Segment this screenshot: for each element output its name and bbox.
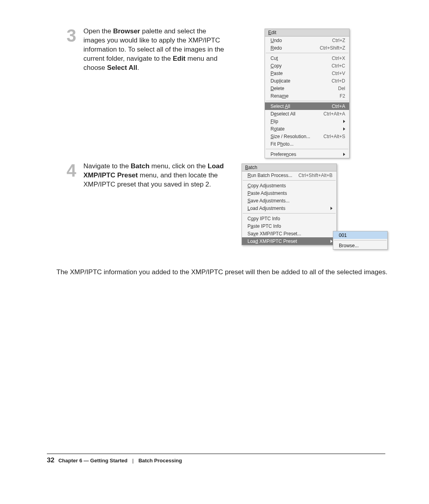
step-3: 3 Open the Browser palette and select th… bbox=[63, 27, 230, 73]
menu-item-label: Fit Photo... bbox=[271, 141, 345, 147]
menu-item[interactable]: Preferences bbox=[265, 150, 349, 158]
menu-item-label: Preferences bbox=[271, 152, 339, 157]
menu-item-label: Copy Adjustments bbox=[247, 183, 332, 189]
menu-item-shortcut: Ctrl+Shift+Z bbox=[316, 45, 345, 51]
submenu-item[interactable]: Browse... bbox=[333, 242, 387, 249]
menu-item[interactable]: CutCtrl+X bbox=[265, 54, 349, 62]
menu-item[interactable]: CopyCtrl+C bbox=[265, 62, 349, 69]
menu-item-label: Load Adjustments bbox=[247, 206, 327, 211]
result-text: The XMP/IPTC information you added to th… bbox=[56, 267, 394, 277]
menu-item-shortcut: Ctrl+Alt+A bbox=[319, 111, 345, 117]
menu-item-label: Size / Resolution... bbox=[271, 134, 319, 139]
menu-item-label: Deselect All bbox=[271, 111, 319, 117]
menu-item[interactable]: Flip bbox=[265, 117, 349, 125]
menu-item-shortcut: Ctrl+C bbox=[328, 63, 345, 69]
menu-item[interactable]: Load XMP/IPTC Preset bbox=[242, 237, 336, 245]
menu-item-label: Delete bbox=[271, 86, 334, 91]
menu-item-shortcut: F2 bbox=[336, 93, 345, 99]
batch-submenu: 001Browse... bbox=[333, 231, 388, 250]
menu-item[interactable]: Paste Adjustments bbox=[242, 189, 336, 197]
page-footer: 32 Chapter 6 — Getting Started | Batch P… bbox=[47, 454, 385, 464]
menu-item-label: Rename bbox=[271, 93, 336, 99]
submenu-arrow-icon bbox=[343, 120, 345, 123]
menu-item[interactable]: Save XMP/IPTC Preset... bbox=[242, 230, 336, 237]
menu-item[interactable]: RenameF2 bbox=[265, 92, 349, 100]
footer-section: Batch Processing bbox=[138, 458, 182, 464]
submenu-arrow-icon bbox=[330, 240, 332, 243]
menu-item[interactable]: Paste IPTC Info bbox=[242, 222, 336, 230]
submenu-arrow-icon bbox=[343, 127, 345, 131]
menu-item-label: Rotate bbox=[271, 126, 339, 132]
menu-item[interactable]: DuplicateCtrl+D bbox=[265, 77, 349, 85]
submenu-arrow-icon bbox=[330, 207, 332, 210]
footer-chapter: Chapter 6 — Getting Started bbox=[58, 458, 128, 464]
menu-item-label: Save Adjustments... bbox=[247, 198, 332, 204]
menu-item[interactable]: DeleteDel bbox=[265, 85, 349, 92]
menu-item-label: Run Batch Process... bbox=[247, 173, 294, 178]
menu-item-label: Cut bbox=[271, 56, 328, 61]
menu-item-shortcut: Ctrl+V bbox=[328, 71, 345, 76]
batch-menu-body: Run Batch Process...Ctrl+Shift+Alt+BCopy… bbox=[242, 171, 336, 245]
step-4-text: Navigate to the Batch menu, click on the… bbox=[83, 162, 230, 189]
menu-item-label: Select All bbox=[271, 104, 328, 109]
menu-item[interactable]: Size / Resolution...Ctrl+Alt+S bbox=[265, 133, 349, 140]
menu-item-label: Duplicate bbox=[271, 78, 328, 84]
menu-item-shortcut: Ctrl+Alt+S bbox=[319, 134, 345, 139]
menu-item-label: Undo bbox=[271, 38, 328, 43]
edit-menu-body: UndoCtrl+ZRedoCtrl+Shift+ZCutCtrl+XCopyC… bbox=[265, 37, 349, 158]
menu-item[interactable]: Copy IPTC Info bbox=[242, 215, 336, 222]
menu-item-label: Paste Adjustments bbox=[247, 190, 332, 196]
menu-item[interactable]: RedoCtrl+Shift+Z bbox=[265, 44, 349, 52]
menu-item[interactable]: Load Adjustments bbox=[242, 204, 336, 212]
menu-item[interactable]: Save Adjustments... bbox=[242, 197, 336, 204]
menu-item-shortcut: Del bbox=[334, 86, 345, 91]
menu-item[interactable]: Copy Adjustments bbox=[242, 182, 336, 189]
menu-item[interactable]: Select AllCtrl+A bbox=[265, 102, 349, 110]
menu-item[interactable]: Rotate bbox=[265, 125, 349, 133]
submenu-item[interactable]: 001 bbox=[333, 231, 387, 239]
menu-item-label: Copy bbox=[271, 63, 328, 69]
step-3-text: Open the Browser palette and select the … bbox=[83, 27, 230, 73]
menu-item[interactable]: Run Batch Process...Ctrl+Shift+Alt+B bbox=[242, 171, 336, 179]
batch-menu-title[interactable]: Batch bbox=[242, 164, 336, 171]
menu-item-label: Paste IPTC Info bbox=[247, 223, 332, 229]
menu-item-shortcut: Ctrl+A bbox=[328, 104, 345, 109]
menu-item-shortcut: Ctrl+X bbox=[328, 56, 345, 61]
menu-item-label: Paste bbox=[271, 71, 328, 76]
menu-item-label: Copy IPTC Info bbox=[247, 216, 332, 221]
step-3-number: 3 bbox=[63, 27, 76, 44]
batch-menu: Batch Run Batch Process...Ctrl+Shift+Alt… bbox=[242, 164, 337, 245]
menu-item-shortcut: Ctrl+Z bbox=[328, 38, 345, 43]
menu-item-label: Save XMP/IPTC Preset... bbox=[247, 231, 332, 237]
edit-menu: Edit UndoCtrl+ZRedoCtrl+Shift+ZCutCtrl+X… bbox=[265, 29, 350, 158]
menu-item-label: Load XMP/IPTC Preset bbox=[247, 239, 327, 244]
step-4: 4 Navigate to the Batch menu, click on t… bbox=[63, 162, 230, 189]
menu-item-label: Redo bbox=[271, 45, 316, 51]
edit-menu-title[interactable]: Edit bbox=[265, 29, 349, 37]
page-number: 32 bbox=[47, 456, 54, 464]
menu-item-shortcut: Ctrl+D bbox=[328, 78, 345, 84]
menu-item-shortcut: Ctrl+Shift+Alt+B bbox=[294, 173, 332, 178]
submenu-arrow-icon bbox=[343, 153, 345, 156]
menu-item[interactable]: Deselect AllCtrl+Alt+A bbox=[265, 110, 349, 117]
menu-item[interactable]: UndoCtrl+Z bbox=[265, 37, 349, 44]
menu-item[interactable]: Fit Photo... bbox=[265, 140, 349, 148]
menu-item-label: Flip bbox=[271, 119, 339, 124]
step-4-number: 4 bbox=[63, 162, 76, 179]
menu-item[interactable]: PasteCtrl+V bbox=[265, 69, 349, 77]
